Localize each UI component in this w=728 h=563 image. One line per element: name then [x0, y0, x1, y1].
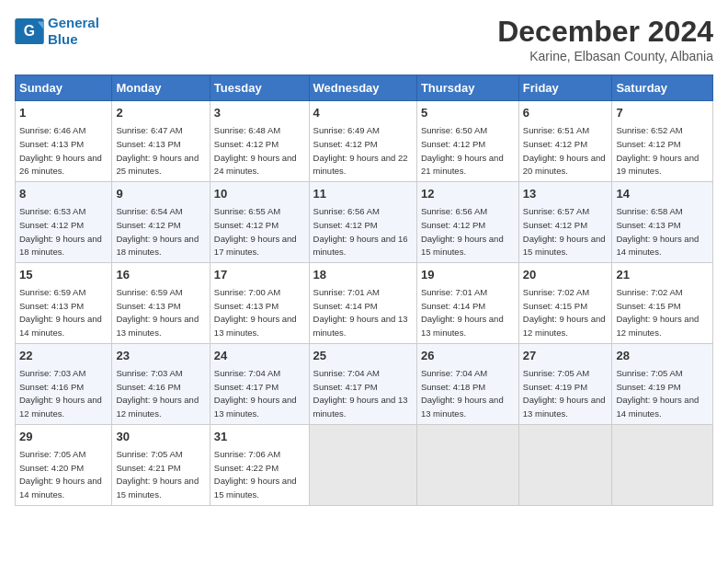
calendar-cell: 26 Sunrise: 7:04 AMSunset: 4:18 PMDaylig… — [416, 343, 518, 424]
col-header-thursday: Thursday — [416, 75, 518, 101]
day-number: 23 — [116, 348, 205, 364]
day-number: 17 — [214, 267, 305, 283]
day-number: 19 — [421, 267, 515, 283]
day-info: Sunrise: 7:03 AMSunset: 4:16 PMDaylight:… — [19, 368, 102, 419]
svg-text:G: G — [24, 23, 35, 39]
calendar-cell: 13 Sunrise: 6:57 AMSunset: 4:12 PMDaylig… — [518, 181, 612, 262]
day-number: 18 — [313, 267, 413, 283]
day-number: 24 — [214, 348, 305, 364]
day-info: Sunrise: 7:04 AMSunset: 4:17 PMDaylight:… — [313, 368, 408, 419]
calendar-cell: 23 Sunrise: 7:03 AMSunset: 4:16 PMDaylig… — [112, 343, 210, 424]
calendar-cell: 6 Sunrise: 6:51 AMSunset: 4:12 PMDayligh… — [518, 101, 612, 182]
day-number: 1 — [19, 105, 108, 121]
day-info: Sunrise: 6:52 AMSunset: 4:12 PMDaylight:… — [616, 125, 699, 176]
week-row-2: 8 Sunrise: 6:53 AMSunset: 4:12 PMDayligh… — [16, 181, 713, 262]
day-info: Sunrise: 6:55 AMSunset: 4:12 PMDaylight:… — [214, 206, 297, 257]
day-number: 26 — [421, 348, 515, 364]
day-number: 31 — [214, 429, 305, 445]
calendar-cell: 28 Sunrise: 7:05 AMSunset: 4:19 PMDaylig… — [612, 343, 713, 424]
day-number: 2 — [116, 105, 205, 121]
day-info: Sunrise: 6:46 AMSunset: 4:13 PMDaylight:… — [19, 125, 102, 176]
day-info: Sunrise: 6:56 AMSunset: 4:12 PMDaylight:… — [313, 206, 408, 257]
day-number: 27 — [523, 348, 609, 364]
day-info: Sunrise: 7:06 AMSunset: 4:22 PMDaylight:… — [214, 449, 297, 500]
day-info: Sunrise: 7:02 AMSunset: 4:15 PMDaylight:… — [616, 287, 699, 338]
calendar-cell: 14 Sunrise: 6:58 AMSunset: 4:13 PMDaylig… — [612, 181, 713, 262]
day-info: Sunrise: 6:49 AMSunset: 4:12 PMDaylight:… — [313, 125, 408, 176]
day-info: Sunrise: 6:51 AMSunset: 4:12 PMDaylight:… — [523, 125, 606, 176]
day-number: 13 — [523, 186, 609, 202]
day-info: Sunrise: 6:58 AMSunset: 4:13 PMDaylight:… — [616, 206, 699, 257]
week-row-3: 15 Sunrise: 6:59 AMSunset: 4:13 PMDaylig… — [16, 262, 713, 343]
calendar-cell: 22 Sunrise: 7:03 AMSunset: 4:16 PMDaylig… — [16, 343, 112, 424]
day-info: Sunrise: 7:01 AMSunset: 4:14 PMDaylight:… — [421, 287, 504, 338]
calendar-cell — [518, 424, 612, 505]
calendar-cell: 17 Sunrise: 7:00 AMSunset: 4:13 PMDaylig… — [210, 262, 309, 343]
calendar-cell — [309, 424, 416, 505]
calendar-cell: 12 Sunrise: 6:56 AMSunset: 4:12 PMDaylig… — [416, 181, 518, 262]
calendar-cell: 21 Sunrise: 7:02 AMSunset: 4:15 PMDaylig… — [612, 262, 713, 343]
day-info: Sunrise: 7:02 AMSunset: 4:15 PMDaylight:… — [523, 287, 606, 338]
day-number: 9 — [116, 186, 205, 202]
day-number: 25 — [313, 348, 413, 364]
day-info: Sunrise: 6:59 AMSunset: 4:13 PMDaylight:… — [19, 287, 102, 338]
calendar-cell: 18 Sunrise: 7:01 AMSunset: 4:14 PMDaylig… — [309, 262, 416, 343]
logo-icon: G — [15, 18, 44, 44]
calendar-cell — [612, 424, 713, 505]
day-info: Sunrise: 6:57 AMSunset: 4:12 PMDaylight:… — [523, 206, 606, 257]
day-info: Sunrise: 6:59 AMSunset: 4:13 PMDaylight:… — [116, 287, 199, 338]
logo-line2: Blue — [48, 31, 78, 47]
logo-line1: General — [48, 15, 99, 30]
day-number: 20 — [523, 267, 609, 283]
day-number: 11 — [313, 186, 413, 202]
calendar-cell: 30 Sunrise: 7:05 AMSunset: 4:21 PMDaylig… — [112, 424, 210, 505]
calendar-cell: 27 Sunrise: 7:05 AMSunset: 4:19 PMDaylig… — [518, 343, 612, 424]
day-number: 6 — [523, 105, 609, 121]
day-number: 16 — [116, 267, 205, 283]
col-header-friday: Friday — [518, 75, 612, 101]
day-number: 8 — [19, 186, 108, 202]
header-row: SundayMondayTuesdayWednesdayThursdayFrid… — [16, 75, 713, 101]
day-info: Sunrise: 6:56 AMSunset: 4:12 PMDaylight:… — [421, 206, 504, 257]
day-info: Sunrise: 6:47 AMSunset: 4:13 PMDaylight:… — [116, 125, 199, 176]
day-info: Sunrise: 6:54 AMSunset: 4:12 PMDaylight:… — [116, 206, 199, 257]
day-number: 14 — [616, 186, 709, 202]
day-number: 7 — [616, 105, 709, 121]
day-number: 22 — [19, 348, 108, 364]
week-row-1: 1 Sunrise: 6:46 AMSunset: 4:13 PMDayligh… — [16, 101, 713, 182]
day-info: Sunrise: 7:04 AMSunset: 4:18 PMDaylight:… — [421, 368, 504, 419]
day-info: Sunrise: 6:50 AMSunset: 4:12 PMDaylight:… — [421, 125, 504, 176]
month-title: December 2024 — [497, 15, 713, 49]
calendar-cell: 11 Sunrise: 6:56 AMSunset: 4:12 PMDaylig… — [309, 181, 416, 262]
day-info: Sunrise: 7:03 AMSunset: 4:16 PMDaylight:… — [116, 368, 199, 419]
week-row-4: 22 Sunrise: 7:03 AMSunset: 4:16 PMDaylig… — [16, 343, 713, 424]
col-header-monday: Monday — [112, 75, 210, 101]
day-number: 10 — [214, 186, 305, 202]
calendar-cell: 29 Sunrise: 7:05 AMSunset: 4:20 PMDaylig… — [16, 424, 112, 505]
day-number: 3 — [214, 105, 305, 121]
calendar-cell — [416, 424, 518, 505]
calendar-cell: 15 Sunrise: 6:59 AMSunset: 4:13 PMDaylig… — [16, 262, 112, 343]
day-info: Sunrise: 7:05 AMSunset: 4:21 PMDaylight:… — [116, 449, 199, 500]
page-header: G General Blue December 2024 Karine, Elb… — [15, 15, 713, 63]
day-number: 5 — [421, 105, 515, 121]
calendar-cell: 9 Sunrise: 6:54 AMSunset: 4:12 PMDayligh… — [112, 181, 210, 262]
day-number: 15 — [19, 267, 108, 283]
day-info: Sunrise: 7:04 AMSunset: 4:17 PMDaylight:… — [214, 368, 297, 419]
logo-text: General Blue — [48, 15, 99, 48]
calendar-cell: 25 Sunrise: 7:04 AMSunset: 4:17 PMDaylig… — [309, 343, 416, 424]
col-header-saturday: Saturday — [612, 75, 713, 101]
calendar-cell: 3 Sunrise: 6:48 AMSunset: 4:12 PMDayligh… — [210, 101, 309, 182]
day-number: 4 — [313, 105, 413, 121]
col-header-tuesday: Tuesday — [210, 75, 309, 101]
col-header-wednesday: Wednesday — [309, 75, 416, 101]
day-info: Sunrise: 7:05 AMSunset: 4:20 PMDaylight:… — [19, 449, 102, 500]
calendar-cell: 8 Sunrise: 6:53 AMSunset: 4:12 PMDayligh… — [16, 181, 112, 262]
calendar-cell: 24 Sunrise: 7:04 AMSunset: 4:17 PMDaylig… — [210, 343, 309, 424]
calendar-cell: 2 Sunrise: 6:47 AMSunset: 4:13 PMDayligh… — [112, 101, 210, 182]
calendar-cell: 1 Sunrise: 6:46 AMSunset: 4:13 PMDayligh… — [16, 101, 112, 182]
week-row-5: 29 Sunrise: 7:05 AMSunset: 4:20 PMDaylig… — [16, 424, 713, 505]
calendar-cell: 5 Sunrise: 6:50 AMSunset: 4:12 PMDayligh… — [416, 101, 518, 182]
day-info: Sunrise: 6:48 AMSunset: 4:12 PMDaylight:… — [214, 125, 297, 176]
calendar-cell: 19 Sunrise: 7:01 AMSunset: 4:14 PMDaylig… — [416, 262, 518, 343]
